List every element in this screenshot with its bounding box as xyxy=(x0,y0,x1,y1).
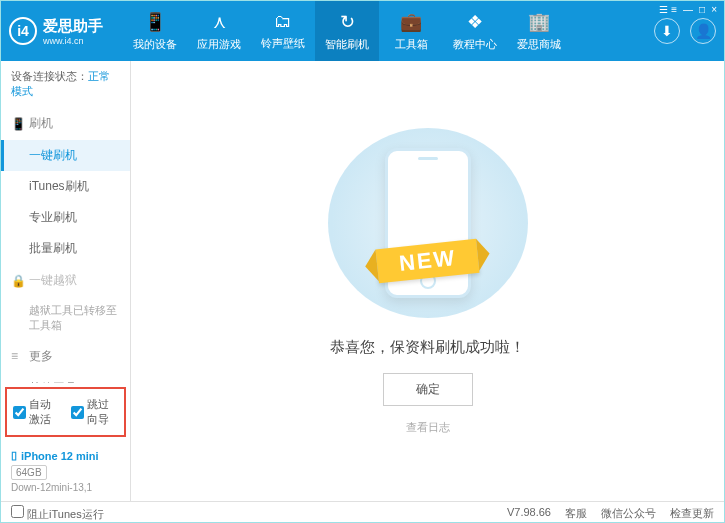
sidebar-item-itunes-flash[interactable]: iTunes刷机 xyxy=(1,171,130,202)
maximize-button[interactable]: □ xyxy=(699,4,705,15)
group-label: 一键越狱 xyxy=(29,272,77,289)
checkbox-label: 自动激活 xyxy=(29,397,61,427)
download-button[interactable]: ⬇ xyxy=(654,18,680,44)
logo-icon: i4 xyxy=(9,17,37,45)
block-itunes-label: 阻止iTunes运行 xyxy=(27,508,104,520)
jailbreak-note: 越狱工具已转移至工具箱 xyxy=(1,297,130,340)
skip-guide-input[interactable] xyxy=(71,406,84,419)
checkbox-skip-guide[interactable]: 跳过向导 xyxy=(71,397,119,427)
nav-toolbox[interactable]: 💼工具箱 xyxy=(379,1,443,61)
nav-ringtones[interactable]: 🗂铃声壁纸 xyxy=(251,1,315,61)
nav-label: 爱思商城 xyxy=(517,37,561,52)
phone-icon: 📱 xyxy=(11,117,23,131)
apps-icon: ⋏ xyxy=(213,11,226,33)
footer: 阻止iTunes运行 V7.98.66 客服 微信公众号 检查更新 xyxy=(1,501,724,523)
group-label: 更多 xyxy=(29,348,53,365)
wechat-link[interactable]: 微信公众号 xyxy=(601,506,656,521)
nav-label: 我的设备 xyxy=(133,37,177,52)
nav-apps[interactable]: ⋏应用游戏 xyxy=(187,1,251,61)
device-name-text: iPhone 12 mini xyxy=(21,450,99,462)
block-itunes-checkbox[interactable]: 阻止iTunes运行 xyxy=(11,505,104,522)
toolbox-icon: 💼 xyxy=(400,11,422,33)
ringtone-icon: 🗂 xyxy=(274,11,292,32)
settings-icon[interactable]: ☰ ≡ xyxy=(659,4,677,15)
group-label: 刷机 xyxy=(29,115,53,132)
nav-label: 智能刷机 xyxy=(325,37,369,52)
logo-url: www.i4.cn xyxy=(43,36,103,46)
device-info: ▯iPhone 12 mini 64GB Down-12mini-13,1 xyxy=(1,441,130,501)
sidebar: 设备连接状态：正常模式 📱刷机 一键刷机 iTunes刷机 专业刷机 批量刷机 … xyxy=(1,61,131,501)
nav-label: 教程中心 xyxy=(453,37,497,52)
storage-badge: 64GB xyxy=(11,465,47,480)
group-flash[interactable]: 📱刷机 xyxy=(1,107,130,140)
check-update-link[interactable]: 检查更新 xyxy=(670,506,714,521)
logo-title: 爱思助手 xyxy=(43,17,103,36)
view-log-link[interactable]: 查看日志 xyxy=(406,420,450,435)
sidebar-item-oneclick-flash[interactable]: 一键刷机 xyxy=(1,140,130,171)
sidebar-item-pro-flash[interactable]: 专业刷机 xyxy=(1,202,130,233)
customer-service-link[interactable]: 客服 xyxy=(565,506,587,521)
nav-label: 应用游戏 xyxy=(197,37,241,52)
success-illustration: NEW xyxy=(328,128,528,318)
main-content: NEW 恭喜您，保资料刷机成功啦！ 确定 查看日志 xyxy=(131,61,724,501)
window-controls: ☰ ≡ — □ × xyxy=(659,4,717,15)
success-message: 恭喜您，保资料刷机成功啦！ xyxy=(330,338,525,357)
options-row: 自动激活 跳过向导 xyxy=(5,387,126,437)
nav-label: 工具箱 xyxy=(395,37,428,52)
auto-activate-input[interactable] xyxy=(13,406,26,419)
block-itunes-input[interactable] xyxy=(11,505,24,518)
nav-label: 铃声壁纸 xyxy=(261,36,305,51)
header: i4 爱思助手 www.i4.cn 📱我的设备 ⋏应用游戏 🗂铃声壁纸 ↻智能刷… xyxy=(1,1,724,61)
close-button[interactable]: × xyxy=(711,4,717,15)
nav-my-device[interactable]: 📱我的设备 xyxy=(123,1,187,61)
logo: i4 爱思助手 www.i4.cn xyxy=(9,17,123,46)
more-icon: ≡ xyxy=(11,349,23,363)
device-name: ▯iPhone 12 mini xyxy=(11,449,120,462)
lock-icon: 🔒 xyxy=(11,274,23,288)
group-jailbreak: 🔒一键越狱 xyxy=(1,264,130,297)
header-right: ⬇ 👤 xyxy=(654,18,716,44)
nav-flash[interactable]: ↻智能刷机 xyxy=(315,1,379,61)
version-text: V7.98.66 xyxy=(507,506,551,521)
group-more[interactable]: ≡更多 xyxy=(1,340,130,373)
flash-icon: ↻ xyxy=(340,11,355,33)
device-model: Down-12mini-13,1 xyxy=(11,482,120,493)
status-label: 设备连接状态： xyxy=(11,70,88,82)
phone-outline-icon: ▯ xyxy=(11,449,17,462)
checkbox-auto-activate[interactable]: 自动激活 xyxy=(13,397,61,427)
checkbox-label: 跳过向导 xyxy=(87,397,119,427)
store-icon: 🏢 xyxy=(528,11,550,33)
device-icon: 📱 xyxy=(144,11,166,33)
sidebar-item-other-tools[interactable]: 其他工具 xyxy=(1,373,130,383)
tutorial-icon: ❖ xyxy=(467,11,483,33)
minimize-button[interactable]: — xyxy=(683,4,693,15)
sidebar-item-batch-flash[interactable]: 批量刷机 xyxy=(1,233,130,264)
nav: 📱我的设备 ⋏应用游戏 🗂铃声壁纸 ↻智能刷机 💼工具箱 ❖教程中心 🏢爱思商城 xyxy=(123,1,654,61)
user-button[interactable]: 👤 xyxy=(690,18,716,44)
confirm-button[interactable]: 确定 xyxy=(383,373,473,406)
nav-store[interactable]: 🏢爱思商城 xyxy=(507,1,571,61)
connection-status: 设备连接状态：正常模式 xyxy=(1,61,130,107)
nav-tutorials[interactable]: ❖教程中心 xyxy=(443,1,507,61)
